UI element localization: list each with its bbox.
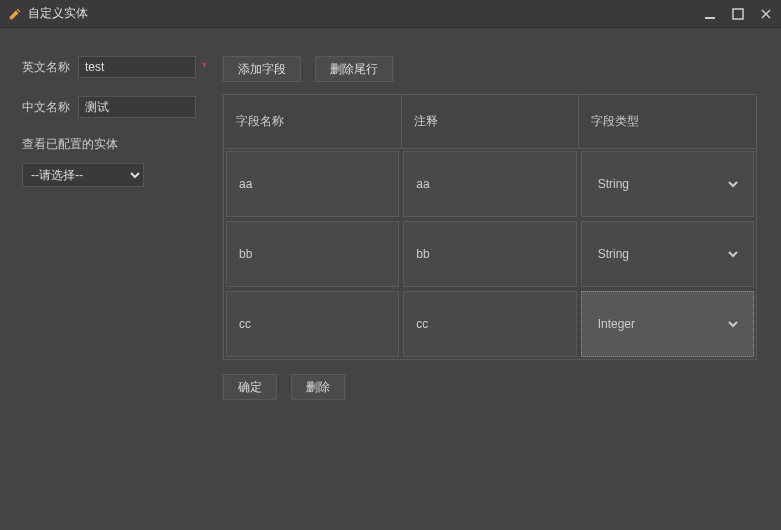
table-row: bbbbStringInteger: [224, 219, 756, 289]
cell-comment[interactable]: aa: [403, 151, 576, 217]
table-row: aaaaStringInteger: [224, 149, 756, 219]
table-header: 字段名称 注释 字段类型: [224, 95, 756, 149]
cell-comment[interactable]: cc: [403, 291, 576, 357]
titlebar: 自定义实体: [0, 0, 781, 28]
field-type-select[interactable]: StringInteger: [594, 246, 741, 262]
add-field-button[interactable]: 添加字段: [223, 56, 301, 82]
svg-rect-1: [733, 9, 743, 19]
svg-rect-0: [705, 17, 715, 19]
minimize-button[interactable]: [703, 7, 717, 21]
delete-button[interactable]: 删除: [291, 374, 345, 400]
en-name-input[interactable]: [78, 56, 196, 78]
cell-field-type[interactable]: StringInteger: [581, 291, 754, 357]
cell-field-name[interactable]: bb: [226, 221, 399, 287]
cell-field-type[interactable]: StringInteger: [581, 221, 754, 287]
delete-tail-button[interactable]: 删除尾行: [315, 56, 393, 82]
pencil-icon: [8, 7, 22, 21]
cell-field-name[interactable]: cc: [226, 291, 399, 357]
col-field-type: 字段类型: [579, 95, 756, 148]
cn-name-input[interactable]: [78, 96, 196, 118]
fields-table: 字段名称 注释 字段类型 aaaaStringIntegerbbbbString…: [223, 94, 757, 360]
maximize-button[interactable]: [731, 7, 745, 21]
left-column: 英文名称 * 中文名称 查看已配置的实体 --请选择--: [22, 56, 217, 400]
content-area: 英文名称 * 中文名称 查看已配置的实体 --请选择-- 添加字段 删除尾行 字…: [0, 28, 781, 428]
table-row: ccccStringInteger: [224, 289, 756, 359]
cell-field-type[interactable]: StringInteger: [581, 151, 754, 217]
right-column: 添加字段 删除尾行 字段名称 注释 字段类型 aaaaStringInteger…: [217, 56, 759, 400]
col-comment: 注释: [402, 95, 580, 148]
entity-list-label: 查看已配置的实体: [22, 136, 217, 153]
field-type-select[interactable]: StringInteger: [594, 176, 741, 192]
cn-name-label: 中文名称: [22, 99, 78, 116]
col-field-name: 字段名称: [224, 95, 402, 148]
window-controls: [703, 7, 773, 21]
entity-select[interactable]: --请选择--: [22, 163, 144, 187]
window-title: 自定义实体: [28, 5, 703, 22]
cn-name-row: 中文名称: [22, 96, 217, 118]
en-name-row: 英文名称 *: [22, 56, 217, 78]
confirm-button[interactable]: 确定: [223, 374, 277, 400]
field-button-row: 添加字段 删除尾行: [223, 56, 759, 82]
bottom-button-row: 确定 删除: [223, 374, 759, 400]
field-type-select[interactable]: StringInteger: [594, 316, 741, 332]
cell-field-name[interactable]: aa: [226, 151, 399, 217]
cell-comment[interactable]: bb: [403, 221, 576, 287]
en-name-label: 英文名称: [22, 59, 78, 76]
table-body: aaaaStringIntegerbbbbStringIntegerccccSt…: [224, 149, 756, 359]
required-asterisk: *: [202, 60, 207, 74]
close-button[interactable]: [759, 7, 773, 21]
